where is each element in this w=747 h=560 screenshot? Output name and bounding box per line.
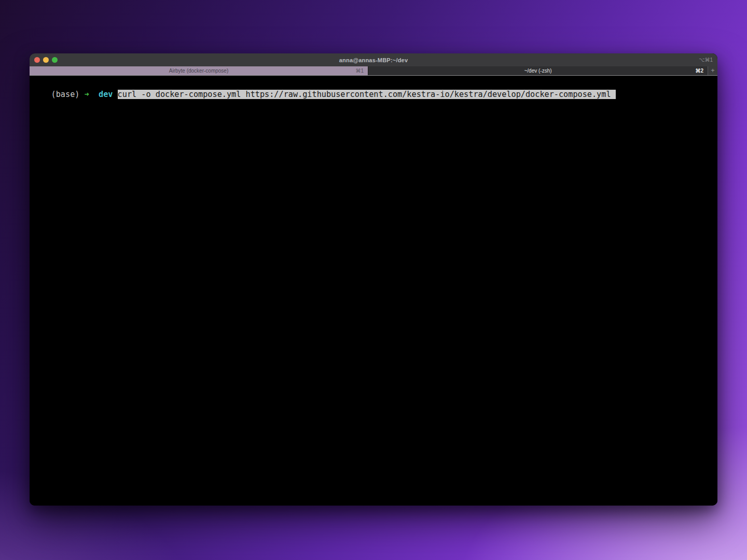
conda-env-label: (base) <box>51 90 80 99</box>
close-button[interactable] <box>34 57 40 63</box>
tab-dev-zsh[interactable]: ~/dev (-zsh) ⌘2 <box>368 66 708 75</box>
minimize-button[interactable] <box>43 57 49 63</box>
traffic-lights <box>34 57 58 63</box>
terminal-window: anna@annas-MBP:~/dev ⌥⌘1 Airbyte (docker… <box>30 53 717 506</box>
tab-airbyte-docker-compose[interactable]: Airbyte (docker-compose) ⌘1 <box>30 66 368 75</box>
terminal-screen[interactable]: (base)➜devcurl -o docker-compose.yml htt… <box>30 76 717 506</box>
window-title: anna@annas-MBP:~/dev <box>339 57 408 63</box>
tab-bar: Airbyte (docker-compose) ⌘1 ~/dev (-zsh)… <box>30 66 717 76</box>
prompt-cwd: dev <box>99 90 113 99</box>
selected-command-text: curl -o docker-compose.yml https://raw.g… <box>118 90 616 99</box>
tab-label: ~/dev (-zsh) <box>524 68 551 74</box>
prompt-arrow: ➜ <box>85 90 89 99</box>
tab-label: Airbyte (docker-compose) <box>169 68 228 74</box>
zoom-button[interactable] <box>52 57 58 63</box>
tab-shortcut: ⌘1 <box>355 66 364 75</box>
tab-shortcut: ⌘2 <box>695 66 703 75</box>
window-shortcut-label: ⌥⌘1 <box>699 53 713 66</box>
new-tab-button[interactable]: + <box>708 66 717 75</box>
titlebar: anna@annas-MBP:~/dev ⌥⌘1 <box>30 53 717 66</box>
